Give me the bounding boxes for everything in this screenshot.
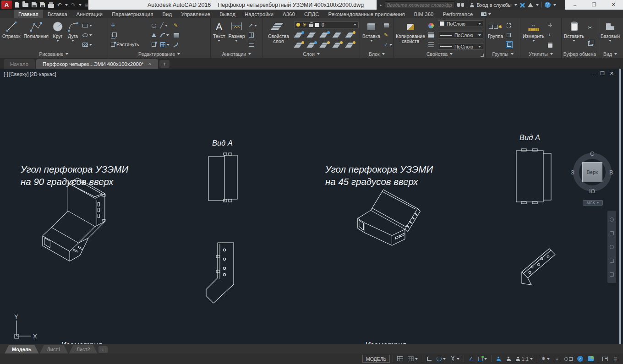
layer-match-button[interactable] [347, 32, 355, 38]
block-attributes-button[interactable]: ✓ [383, 41, 393, 48]
grid-display-button[interactable] [396, 355, 404, 363]
text-button[interactable]: A Текст [212, 20, 226, 50]
minimize-button[interactable]: – [565, 0, 585, 10]
annotation-monitor-button[interactable]: + [553, 355, 561, 363]
leader-button[interactable]: ↗ [248, 22, 258, 29]
file-tab-document[interactable]: Перфокор четырех...ЭМИ 400x100x2000* ✕ [36, 59, 158, 69]
customization-menu-button[interactable]: ≡ [611, 355, 619, 363]
nav-zoom-icon[interactable] [610, 245, 614, 249]
nav-pan-icon[interactable] [610, 231, 614, 235]
properties-dialog-launcher-icon[interactable] [481, 54, 484, 57]
tab-spds[interactable]: СПДС [300, 10, 324, 18]
workspace-switching-button[interactable]: ✱ [540, 355, 551, 363]
layer-select-combo[interactable]: ☀ 0 [294, 22, 359, 28]
new-file-tab-button[interactable]: + [159, 60, 169, 68]
model-space-button[interactable]: МОДЕЛЬ [362, 355, 390, 363]
hardware-acceleration-button[interactable] [586, 355, 595, 363]
redo-dropdown-icon[interactable] [79, 4, 82, 6]
panel-view-footer[interactable]: Вид [598, 50, 622, 58]
snap-mode-button[interactable] [406, 355, 419, 363]
layer-properties-button[interactable]: Свойства слоя [264, 20, 293, 50]
annotation-visibility-button[interactable] [494, 355, 503, 363]
erase-button[interactable]: ✎ [173, 22, 180, 29]
nav-orbit-icon[interactable] [610, 259, 614, 263]
undo-dropdown-icon[interactable] [65, 4, 68, 6]
viewcube-top-face[interactable]: Верх [582, 162, 602, 182]
circle-button[interactable]: Круг [51, 20, 65, 50]
viewcube-north[interactable]: С [590, 150, 594, 157]
stretch-button[interactable]: Растянуть [110, 41, 148, 48]
viewcube[interactable]: С В Ю З Верх [567, 146, 618, 199]
a360-dropdown-icon[interactable] [536, 4, 539, 6]
quick-calc-button[interactable] [547, 41, 553, 48]
copy-clip-button[interactable] [587, 39, 594, 46]
layer-lock-button[interactable] [334, 32, 342, 38]
layer-prev-button[interactable] [347, 42, 355, 49]
isolate-objects-button[interactable] [563, 355, 574, 363]
graphics-performance-button[interactable]: ✓ [576, 355, 585, 363]
panel-properties-footer[interactable]: Свойства [394, 50, 485, 58]
canvas-scrollbar[interactable] [619, 69, 621, 344]
signin-button[interactable]: Вход в службы [477, 2, 512, 8]
tab-annotacii[interactable]: Аннотации [72, 10, 107, 18]
line-button[interactable]: Отрезок [1, 20, 22, 50]
open-file-button[interactable] [22, 1, 28, 9]
file-tab-start[interactable]: Начало [4, 59, 35, 69]
viewport-menu-control[interactable]: [-] [4, 71, 8, 77]
match-properties-button[interactable]: Копирование свойств [395, 20, 426, 50]
help-dropdown-icon[interactable] [553, 4, 556, 6]
fillet-button[interactable] [159, 32, 170, 38]
viewport-view-control[interactable]: [Сверху] [9, 71, 29, 77]
annotation-scale-button[interactable]: 1:1 [514, 355, 534, 363]
layer-on-all-button[interactable] [296, 42, 303, 49]
restore-button[interactable]: ❐ [585, 0, 604, 10]
copy-button[interactable] [110, 32, 148, 38]
viewport-restore-icon[interactable]: ❐ [600, 71, 605, 76]
navigation-bar[interactable] [607, 211, 616, 283]
undo-button[interactable]: ↶ [57, 1, 62, 9]
markup-button[interactable] [248, 41, 258, 48]
viewcube-west[interactable]: З [571, 169, 574, 176]
nav-more-icon[interactable] [610, 272, 614, 277]
rotate-button[interactable] [151, 22, 157, 29]
linetype-combo[interactable]: ПоСлою [438, 43, 483, 50]
layer-off-button[interactable] [296, 32, 303, 38]
tab-vid[interactable]: Вид [158, 10, 176, 18]
viewcube-south[interactable]: Ю [589, 188, 595, 195]
move-button[interactable]: ✛ [110, 22, 148, 29]
customize-qat-button[interactable]: ≡ [85, 2, 88, 8]
tab-glavnaya[interactable]: Главная [14, 10, 43, 18]
mirror-button[interactable] [151, 32, 157, 38]
transparency-button[interactable] [427, 41, 435, 48]
object-snap-tracking-button[interactable]: ∠ [467, 355, 475, 363]
panel-clipboard-footer[interactable]: Буфер обмена [562, 50, 598, 58]
autocad-logo-icon[interactable]: A [1, 0, 12, 9]
polyline-button[interactable]: Полилиния [23, 20, 50, 50]
panel-modify-footer[interactable]: Редактирование [108, 50, 210, 58]
scale-button[interactable] [151, 41, 157, 48]
panel-layers-footer[interactable]: Слои [263, 50, 360, 58]
viewcube-ucs-menu[interactable]: МСК [583, 200, 603, 206]
base-view-button[interactable]: Базовый [600, 20, 621, 50]
layer-unisolate-button[interactable] [309, 42, 316, 49]
array-button[interactable] [159, 41, 170, 48]
panel-utilities-footer[interactable]: Утилиты [520, 50, 561, 58]
layer-isolate-button[interactable] [309, 32, 316, 38]
ribbon-display-toggle[interactable] [477, 10, 495, 18]
rectangle-tool-button[interactable] [82, 22, 93, 29]
search-input[interactable] [385, 1, 454, 8]
tab-bim360[interactable]: BIM 360 [410, 10, 438, 18]
search-binoculars-icon[interactable] [457, 3, 464, 7]
object-snap-button[interactable] [477, 355, 488, 363]
tab-nadstroyki[interactable]: Надстройки [240, 10, 278, 18]
autoscale-button[interactable] [504, 355, 513, 363]
layout-tab-list2[interactable]: Лист2 [69, 345, 98, 353]
group-button[interactable]: ✱ Группа [487, 20, 504, 50]
redo-button[interactable]: ↷ [71, 1, 76, 9]
paste-button[interactable]: Вставить [563, 20, 585, 50]
point-button[interactable]: + [547, 32, 553, 38]
viewport-visual-style-control[interactable]: [2D-каркас] [30, 71, 56, 77]
drawing-canvas[interactable]: [-] [Сверху] [2D-каркас] – ❐ ✕ Угол перф… [0, 69, 623, 344]
table-button[interactable] [248, 32, 258, 38]
layer-thaw-all-button[interactable] [322, 42, 329, 49]
